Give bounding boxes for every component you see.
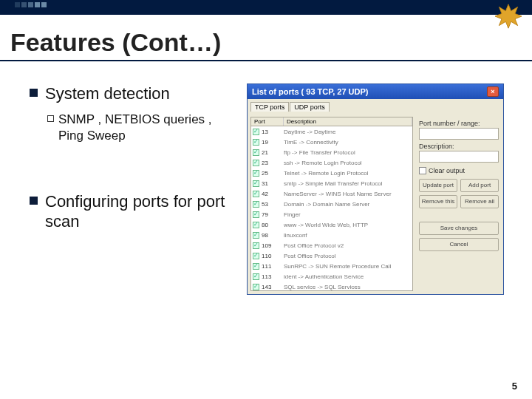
- port-row[interactable]: 79Finger: [251, 209, 412, 219]
- row-port: 109: [262, 242, 284, 249]
- row-desc: Daytime -> Daytime: [284, 129, 411, 135]
- row-port: 98: [262, 232, 284, 239]
- row-desc: ident -> Authentication Service: [284, 273, 411, 280]
- row-checkbox-icon[interactable]: [253, 191, 259, 197]
- remove-this-button[interactable]: Remove this: [419, 195, 457, 208]
- bullet-1: System detection: [45, 83, 170, 104]
- row-desc: ftp -> File Transfer Protocol: [284, 149, 411, 156]
- row-desc: Finger: [284, 211, 411, 218]
- ports-dialog: List of ports ( 93 TCP, 27 UDP) × TCP po…: [247, 83, 504, 295]
- row-port: 111: [262, 263, 284, 270]
- bullet-square-icon: [30, 197, 38, 205]
- row-checkbox-icon[interactable]: [253, 149, 259, 156]
- row-port: 80: [262, 222, 284, 228]
- update-port-button[interactable]: Update port: [419, 179, 457, 192]
- row-desc: Post Office Protocol: [284, 253, 411, 259]
- dialog-title-text: List of ports ( 93 TCP, 27 UDP): [252, 87, 369, 96]
- row-desc: Post Office Protocol v2: [284, 242, 411, 249]
- slide-top-bar: [0, 0, 532, 15]
- row-checkbox-icon[interactable]: [253, 129, 259, 135]
- col-desc: Description: [284, 117, 412, 126]
- clear-output-checkbox[interactable]: Clear output: [419, 167, 499, 174]
- port-row[interactable]: 31smtp -> Simple Mail Transfer Protocol: [251, 178, 412, 188]
- slide-title: Features (Cont…): [10, 28, 532, 57]
- port-row[interactable]: 109Post Office Protocol v2: [251, 240, 412, 250]
- row-checkbox-icon[interactable]: [253, 211, 259, 218]
- row-desc: Domain -> Domain Name Server: [284, 201, 411, 208]
- port-row[interactable]: 13Daytime -> Daytime: [251, 126, 412, 137]
- dialog-side-panel: Port number / range: Description: Clear …: [417, 117, 500, 291]
- row-checkbox-icon[interactable]: [253, 273, 259, 280]
- label-description: Description:: [419, 143, 499, 150]
- decorative-squares: [15, 2, 47, 7]
- row-desc: SQL service -> SQL Services: [284, 284, 411, 290]
- port-row[interactable]: 19TimE -> Connectivity: [251, 137, 412, 147]
- port-row[interactable]: 42NameServer -> WINS Host Name Server: [251, 188, 412, 199]
- cancel-button[interactable]: Cancel: [419, 238, 499, 251]
- port-listview[interactable]: Port Description 13Daytime -> Daytime19T…: [250, 117, 413, 291]
- svg-marker-0: [495, 4, 522, 28]
- dialog-titlebar: List of ports ( 93 TCP, 27 UDP) ×: [248, 84, 503, 99]
- row-desc: smtp -> Simple Mail Transfer Protocol: [284, 180, 411, 187]
- port-row[interactable]: 110Post Office Protocol: [251, 250, 412, 261]
- save-changes-button[interactable]: Save changes: [419, 222, 499, 235]
- row-port: 79: [262, 211, 284, 218]
- tab-udp-ports[interactable]: UDP ports: [290, 102, 329, 112]
- bullet-square-icon: [30, 89, 38, 97]
- row-desc: NameServer -> WINS Host Name Server: [284, 191, 411, 197]
- close-icon[interactable]: ×: [487, 86, 499, 97]
- bullet-1-sub: SNMP , NETBIOS queries , Ping Sweep: [58, 112, 236, 144]
- port-row[interactable]: 98linuxconf: [251, 230, 412, 240]
- remove-all-button[interactable]: Remove all: [460, 195, 499, 208]
- row-checkbox-icon[interactable]: [253, 160, 259, 166]
- port-row[interactable]: 80www -> World Wide Web, HTTP: [251, 219, 412, 230]
- row-port: 53: [262, 201, 284, 208]
- tab-tcp-ports[interactable]: TCP ports: [250, 102, 289, 112]
- row-checkbox-icon[interactable]: [253, 232, 259, 239]
- row-checkbox-icon[interactable]: [253, 139, 259, 146]
- row-checkbox-icon[interactable]: [253, 242, 259, 249]
- list-header: Port Description: [251, 117, 412, 126]
- row-checkbox-icon[interactable]: [253, 201, 259, 208]
- row-desc: Telnet -> Remote Login Protocol: [284, 170, 411, 177]
- row-checkbox-icon[interactable]: [253, 170, 259, 177]
- port-number-input[interactable]: [419, 128, 499, 140]
- row-desc: ssh -> Remote Login Protocol: [284, 160, 411, 166]
- row-checkbox-icon[interactable]: [253, 222, 259, 228]
- row-port: 25: [262, 170, 284, 177]
- row-desc: TimE -> Connectivity: [284, 139, 411, 146]
- row-port: 143: [262, 284, 284, 290]
- row-checkbox-icon[interactable]: [253, 253, 259, 259]
- port-row[interactable]: 53Domain -> Domain Name Server: [251, 199, 412, 209]
- row-checkbox-icon[interactable]: [253, 284, 259, 290]
- port-row[interactable]: 113ident -> Authentication Service: [251, 271, 412, 282]
- row-port: 113: [262, 273, 284, 280]
- row-port: 21: [262, 149, 284, 156]
- row-port: 42: [262, 191, 284, 197]
- label-port-number: Port number / range:: [419, 120, 499, 127]
- row-checkbox-icon[interactable]: [253, 180, 259, 187]
- row-port: 23: [262, 160, 284, 166]
- row-desc: linuxconf: [284, 232, 411, 239]
- page-number: 5: [512, 381, 517, 392]
- clear-output-label: Clear output: [429, 167, 465, 174]
- port-row[interactable]: 143SQL service -> SQL Services: [251, 282, 412, 291]
- row-desc: SunRPC -> SUN Remote Procedure Call: [284, 263, 411, 270]
- row-port: 13: [262, 129, 284, 135]
- port-row[interactable]: 111SunRPC -> SUN Remote Procedure Call: [251, 261, 412, 271]
- add-port-button[interactable]: Add port: [460, 179, 499, 192]
- description-input[interactable]: [419, 151, 499, 163]
- col-port: Port: [251, 117, 284, 126]
- row-port: 31: [262, 180, 284, 187]
- starburst-logo: [495, 3, 522, 30]
- checkbox-icon: [419, 167, 426, 174]
- row-port: 19: [262, 139, 284, 146]
- bullet-2: Configuring ports for port scan: [45, 191, 236, 232]
- port-row[interactable]: 25Telnet -> Remote Login Protocol: [251, 168, 412, 178]
- row-port: 110: [262, 253, 284, 259]
- bullet-column: System detection SNMP , NETBIOS queries …: [30, 83, 236, 295]
- sub-bullet-square-icon: [47, 115, 54, 122]
- port-row[interactable]: 21ftp -> File Transfer Protocol: [251, 147, 412, 157]
- port-row[interactable]: 23ssh -> Remote Login Protocol: [251, 157, 412, 168]
- row-checkbox-icon[interactable]: [253, 263, 259, 270]
